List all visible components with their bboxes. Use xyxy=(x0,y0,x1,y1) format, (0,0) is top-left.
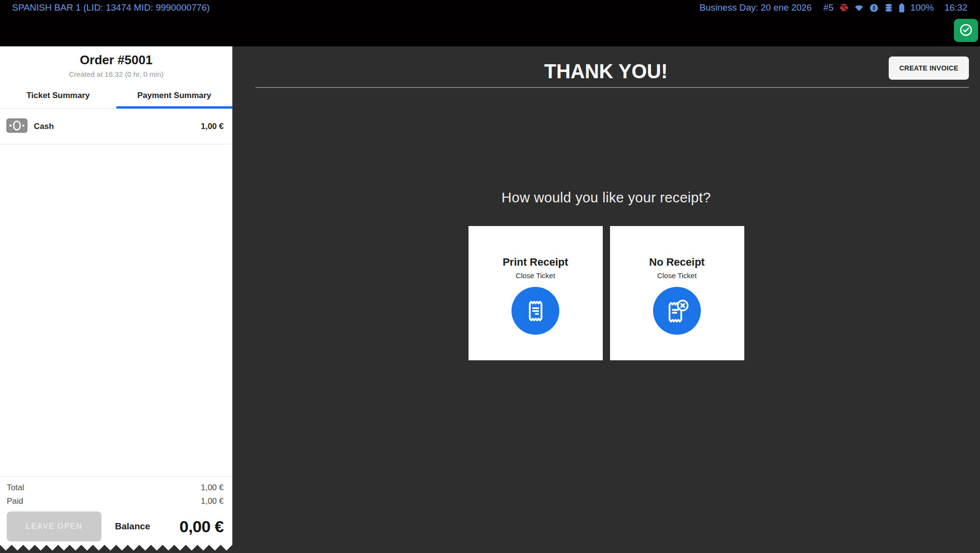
balance-label: Balance xyxy=(115,521,150,532)
main-header: THANK YOU! CREATE INVOICE xyxy=(232,56,980,86)
card-title: Print Receipt xyxy=(469,256,603,269)
business-day: Business Day: 20 ene 2026 xyxy=(699,2,811,13)
payment-method: Cash xyxy=(34,122,54,131)
clock: 16:32 xyxy=(944,2,967,13)
balance-row: LEAVE OPEN Balance 0,00 € xyxy=(7,511,224,541)
battery-percent: 100% xyxy=(910,2,934,13)
print-receipt-icon xyxy=(511,287,559,335)
cash-icon xyxy=(6,118,28,135)
payment-amount: 1,00 € xyxy=(201,122,224,131)
paid-label: Paid xyxy=(7,496,23,506)
order-created-at: Created at 16:32 (0 hr, 0 min) xyxy=(0,70,232,78)
receipt-question: How would you like your receipt? xyxy=(232,190,980,206)
confirm-success-button[interactable] xyxy=(954,19,978,42)
printer-disabled-icon xyxy=(839,3,849,12)
order-header: Order #5001 Created at 16:32 (0 hr, 0 mi… xyxy=(0,46,232,81)
print-receipt-card[interactable]: Print Receipt Close Ticket xyxy=(469,226,603,360)
card-title: No Receipt xyxy=(610,256,744,269)
order-receipt: Order #5001 Created at 16:32 (0 hr, 0 mi… xyxy=(0,46,232,544)
order-title: Order #5001 xyxy=(0,53,232,68)
no-receipt-icon xyxy=(653,287,701,335)
summary-tabs: Ticket Summary Payment Summary xyxy=(0,84,232,109)
terminal-number: #5 xyxy=(824,2,834,13)
sync-icon xyxy=(869,3,879,13)
tab-ticket-summary[interactable]: Ticket Summary xyxy=(0,84,116,108)
content: Order #5001 Created at 16:32 (0 hr, 0 mi… xyxy=(0,46,980,553)
receipt-torn-edge xyxy=(0,544,232,551)
order-totals-footer: Total 1,00 € Paid 1,00 € LEAVE OPEN Bala… xyxy=(0,476,232,544)
balance-value: 0,00 € xyxy=(179,517,224,536)
database-icon xyxy=(884,3,893,12)
panel-spacer xyxy=(0,144,232,476)
page-title: THANK YOU! xyxy=(544,59,668,83)
card-subtitle: Close Ticket xyxy=(610,271,744,280)
paid-value: 1,00 € xyxy=(201,496,224,506)
leave-open-button[interactable]: LEAVE OPEN xyxy=(7,511,101,541)
total-value: 1,00 € xyxy=(201,483,224,493)
card-subtitle: Close Ticket xyxy=(469,271,603,280)
create-invoice-button[interactable]: CREATE INVOICE xyxy=(889,57,969,80)
wifi-icon xyxy=(854,4,864,12)
main-area: THANK YOU! CREATE INVOICE How would you … xyxy=(232,46,980,553)
tab-payment-summary[interactable]: Payment Summary xyxy=(116,84,233,108)
status-bar: SPANISH BAR 1 (LID: 13474 MID: 999000077… xyxy=(0,0,980,15)
divider xyxy=(256,87,969,88)
check-circle-icon xyxy=(959,23,973,39)
total-row: Total 1,00 € xyxy=(7,481,224,495)
order-panel: Order #5001 Created at 16:32 (0 hr, 0 mi… xyxy=(0,46,232,553)
paid-row: Paid 1,00 € xyxy=(7,495,224,508)
battery-icon xyxy=(899,3,905,13)
no-receipt-card[interactable]: No Receipt Close Ticket xyxy=(610,226,744,360)
payment-row-cash[interactable]: Cash 1,00 € xyxy=(0,109,232,144)
total-label: Total xyxy=(7,483,24,493)
app-header xyxy=(0,15,980,46)
status-bar-right: Business Day: 20 ene 2026 #5 xyxy=(699,2,967,13)
merchant-info: SPANISH BAR 1 (LID: 13474 MID: 999000077… xyxy=(12,2,210,13)
receipt-options: Print Receipt Close Ticket No Receipt xyxy=(232,226,980,360)
